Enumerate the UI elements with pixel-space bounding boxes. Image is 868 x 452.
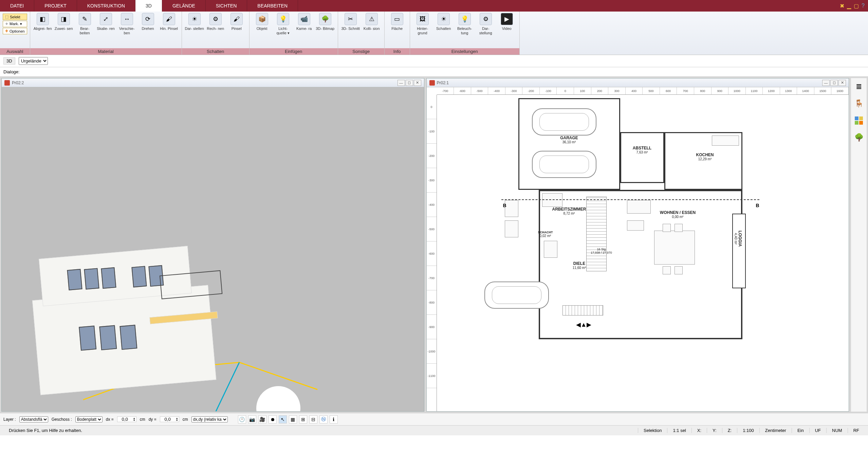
ribbon-button[interactable]: ⚠Kolli- sion <box>362 13 382 31</box>
grid2-icon[interactable]: ⊟ <box>309 415 317 423</box>
ribbon-button[interactable]: ⟳Drehen <box>138 13 158 31</box>
layer-select[interactable]: Abstandsflä <box>19 416 48 422</box>
ribbon-button[interactable]: ✂3D- Schnitt <box>341 13 361 31</box>
arrow-icon[interactable]: ↖ <box>279 415 287 423</box>
room-loggia[interactable] <box>732 214 746 288</box>
stairs[interactable] <box>586 197 607 271</box>
close-icon[interactable]: ✕ <box>838 80 846 86</box>
stairs-note: 16 Stg17,938 / 27,970 <box>583 248 620 254</box>
camera-icon[interactable]: 📷 <box>248 415 256 423</box>
plan-canvas[interactable]: GARAGE36,10 m² ABSTELL7,63 m² KOCHEN12,2… <box>437 95 849 411</box>
svg-rect-8 <box>855 121 858 125</box>
unit-label: cm <box>140 417 145 422</box>
coord-mode-select[interactable]: dx,dy (relativ ka <box>191 416 228 422</box>
room-label: DIELE11,60 m² <box>562 261 596 270</box>
group-label: Einfügen <box>250 48 338 55</box>
ribbon-button[interactable]: 🖼Hinter- grund <box>413 13 432 35</box>
snap-icon[interactable]: ⊞ <box>299 415 307 423</box>
minimize-icon[interactable]: — <box>822 80 830 86</box>
tree-icon[interactable]: 🌳 <box>854 132 864 143</box>
info-icon[interactable]: ℹ <box>330 415 338 423</box>
minimize-icon[interactable]: — <box>398 80 405 86</box>
help-icon[interactable]: ? <box>862 3 865 9</box>
dx-input[interactable]: ▲▼ <box>117 416 136 422</box>
record-icon[interactable]: ⏺ <box>269 415 277 423</box>
tab-bearbeiten[interactable]: BEARBEITEN <box>247 0 298 12</box>
status-ein: Ein <box>792 428 809 433</box>
ribbon-group-einfuegen: 📦Objekt💡Licht- quelle ▾📹Kame- ra🌳3D- Bit… <box>250 12 338 55</box>
group-label: Info <box>385 48 410 55</box>
group-label: Sonstige <box>338 48 384 55</box>
maximize-icon[interactable]: ◻ <box>830 80 838 86</box>
ribbon-button[interactable]: ⚙Dar- stellung <box>476 13 496 35</box>
ribbon-button[interactable]: 📦Objekt <box>252 13 272 31</box>
bottom-toolbar: Layer : Abstandsflä Geschoss : Bodenplat… <box>0 413 868 425</box>
layers-icon[interactable]: ≣ <box>854 82 864 92</box>
options-button[interactable]: ✚ Optionen <box>3 28 27 34</box>
ribbon-button[interactable]: ▭Fläche <box>387 13 407 31</box>
sofa <box>627 200 651 214</box>
ribbon-button[interactable]: ◧Abgrei- fen <box>33 13 53 31</box>
viewport-3d[interactable] <box>2 87 424 411</box>
ribbon-button[interactable]: 📹Kame- ra <box>294 13 314 31</box>
north-icon[interactable]: Ⓝ <box>319 415 328 423</box>
north-arrow-icon: ◀▲▶ <box>576 321 592 328</box>
ribbon-button[interactable]: ⚙Rech- nen <box>206 13 225 31</box>
ribbon-group-schatten: ☀Dar- stellen⚙Rech- nen🖌Pinsel Schatten <box>182 12 250 55</box>
titlebar: DATEI PROJEKT KONSTRUKTION 3D GELÄNDE SI… <box>0 0 868 12</box>
ribbon-button[interactable]: ↔Verschie- ben <box>117 13 137 35</box>
pane-title-text: Pr02:2 <box>12 80 24 85</box>
group-label: Material <box>30 48 182 55</box>
ribbon-button[interactable]: 💡Licht- quelle ▾ <box>273 13 293 35</box>
appliance <box>505 220 518 237</box>
ribbon: ⬚ Selekt ✧ Mark. ▾ ✚ Optionen Auswahl ◧A… <box>0 12 868 55</box>
table <box>627 220 644 231</box>
pane-icon <box>4 80 10 86</box>
pane-icon <box>429 80 435 86</box>
close-icon[interactable]: ✕ <box>414 80 421 86</box>
viewport-plan[interactable]: -700-600-500-400-300-200-100010020030040… <box>427 87 849 411</box>
ribbon-button[interactable]: ☀Schatten <box>434 13 454 31</box>
ribbon-button[interactable]: ▶Video <box>497 13 517 31</box>
video-icon[interactable]: 🎥 <box>258 415 266 423</box>
grid-icon[interactable]: ▦ <box>289 415 297 423</box>
dy-input[interactable]: ▲▼ <box>160 416 179 422</box>
tab-3d[interactable]: 3D <box>135 0 162 12</box>
chair <box>663 266 671 274</box>
max-icon[interactable]: ▢ <box>854 3 859 9</box>
min-icon[interactable]: ▁ <box>847 3 851 9</box>
select-button[interactable]: ⬚ Selekt <box>3 14 27 20</box>
terrain-select[interactable]: Urgelände <box>19 57 48 65</box>
status-scale: 1:100 <box>737 428 759 433</box>
status-rf: RF <box>848 428 865 433</box>
chair <box>663 224 671 232</box>
mark-button[interactable]: ✧ Mark. ▾ <box>3 21 27 27</box>
ribbon-button[interactable]: ☀Dar- stellen <box>185 13 204 31</box>
tools-icon[interactable]: ✖ <box>840 3 844 9</box>
ribbon-button[interactable]: 🖌Pinsel <box>227 13 246 31</box>
ribbon-button[interactable]: ✎Bear- beiten <box>75 13 95 35</box>
clock-icon[interactable]: 🕐 <box>238 415 246 423</box>
ribbon-button[interactable]: 🖌Hin. Pinsel <box>159 13 179 31</box>
palette-icon[interactable] <box>854 115 864 126</box>
appliance <box>505 200 518 217</box>
group-label: Einstellungen <box>410 48 519 55</box>
tab-datei[interactable]: DATEI <box>0 0 34 12</box>
maximize-icon[interactable]: ◻ <box>406 80 413 86</box>
tab-gelaende[interactable]: GELÄNDE <box>162 0 206 12</box>
tab-sichten[interactable]: SICHTEN <box>206 0 247 12</box>
ribbon-button[interactable]: ⤢Skalie- ren <box>96 13 116 31</box>
wc-fixture <box>544 241 557 258</box>
ribbon-button[interactable]: 💡Beleuch- tung <box>455 13 475 35</box>
section-line <box>501 199 759 200</box>
room-abstell[interactable] <box>620 132 664 183</box>
room-label: WOHNEN / ESSEN0,00 m² <box>647 210 708 219</box>
room-label: SCHACHT0,02 m² <box>532 231 559 238</box>
group-label: Auswahl <box>0 48 30 55</box>
tab-projekt[interactable]: PROJEKT <box>34 0 77 12</box>
tab-konstruktion[interactable]: KONSTRUKTION <box>77 0 135 12</box>
ribbon-button[interactable]: 🌳3D- Bitmap <box>315 13 335 31</box>
ribbon-button[interactable]: ◨Zuwei- sen <box>54 13 74 31</box>
furniture-icon[interactable]: 🪑 <box>854 98 864 109</box>
geschoss-select[interactable]: Bodenplatt <box>75 416 103 422</box>
